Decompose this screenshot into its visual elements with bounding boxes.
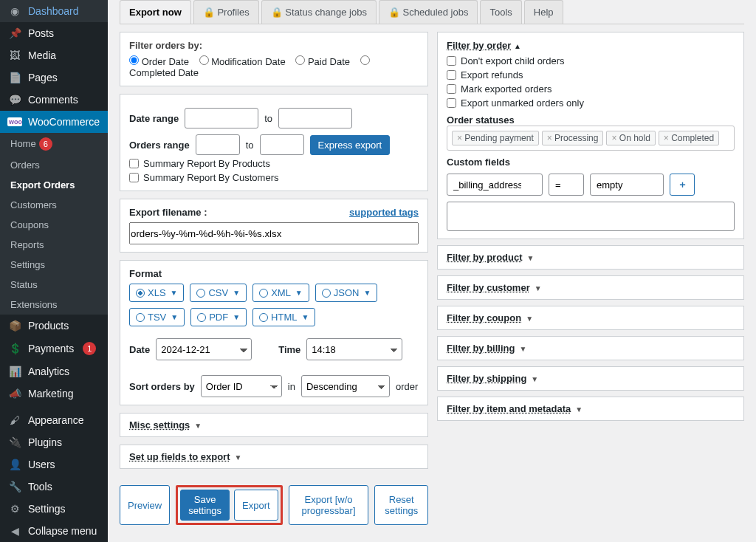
supported-tags-link[interactable]: supported tags — [349, 207, 419, 218]
setup-fields-toggle[interactable]: Set up fields to export▼ — [120, 445, 428, 469]
sidebar-item-comments[interactable]: 💬Comments — [0, 89, 108, 111]
collapser-label: Filter by coupon — [447, 312, 521, 323]
filter-by-customer-toggle[interactable]: Filter by customer▼ — [437, 275, 744, 300]
sidebar-item-appearance[interactable]: 🖌Appearance — [0, 409, 108, 431]
highlighted-actions: Save settings Export — [176, 485, 282, 525]
tab-help[interactable]: Help — [524, 0, 563, 24]
preview-button[interactable]: Preview — [120, 485, 170, 525]
sub-item-reports[interactable]: Reports — [0, 235, 108, 255]
filter-by-shipping-toggle[interactable]: Filter by shipping▼ — [437, 366, 744, 391]
analytics-icon: 📊 — [7, 366, 22, 377]
sidebar-label: Plugins — [28, 436, 62, 448]
mark-exported-checkbox[interactable] — [447, 84, 456, 94]
sidebar-item-posts[interactable]: 📌Posts — [0, 22, 108, 44]
format-pdf[interactable]: PDF▼ — [190, 308, 247, 326]
sub-item-settings[interactable]: Settings — [0, 255, 108, 275]
filter-by-order-title[interactable]: Filter by order — [447, 40, 511, 51]
sort-field-select[interactable]: Order ID — [201, 375, 282, 397]
sub-item-extensions[interactable]: Extensions — [0, 295, 108, 315]
date-to-input[interactable] — [278, 108, 352, 128]
sub-item-coupons[interactable]: Coupons — [0, 215, 108, 235]
save-settings-button[interactable]: Save settings — [180, 490, 230, 521]
add-custom-field-button[interactable]: ＋ — [670, 174, 695, 196]
summary-customers-checkbox[interactable] — [129, 173, 139, 182]
sub-item-customers[interactable]: Customers — [0, 195, 108, 215]
order-statuses-multiselect[interactable]: Pending payment Processing On hold Compl… — [447, 126, 735, 151]
unmarked-only-checkbox[interactable] — [447, 98, 456, 108]
express-export-button[interactable]: Express export — [310, 135, 391, 155]
status-pill-onhold[interactable]: On hold — [606, 131, 655, 145]
products-icon: 📦 — [7, 320, 22, 332]
sidebar-item-settings[interactable]: ⚙Settings — [0, 498, 108, 520]
checkbox-label: Mark exported orders — [461, 83, 552, 95]
sub-item-status[interactable]: Status — [0, 275, 108, 295]
sidebar-item-media[interactable]: 🖼Media — [0, 44, 108, 66]
custom-fields-textarea[interactable] — [447, 202, 735, 231]
custom-field-value-select[interactable]: empty — [590, 174, 664, 196]
sort-dir-select[interactable]: Descending — [301, 375, 390, 397]
main-content: Export now 🔒 Profiles 🔒 Status change jo… — [108, 0, 756, 542]
sub-item-orders[interactable]: Orders — [0, 155, 108, 175]
sidebar-item-plugins[interactable]: 🔌Plugins — [0, 431, 108, 453]
sidebar-item-tools[interactable]: 🔧Tools — [0, 476, 108, 498]
format-csv[interactable]: CSV▼ — [190, 284, 247, 302]
filter-by-coupon-toggle[interactable]: Filter by coupon▼ — [437, 306, 744, 330]
sidebar-item-marketing[interactable]: 📣Marketing — [0, 383, 108, 405]
tab-profiles[interactable]: 🔒 Profiles — [193, 0, 259, 24]
sidebar-item-users[interactable]: 👤Users — [0, 453, 108, 476]
export-button[interactable]: Export — [234, 490, 278, 521]
export-refunds-checkbox[interactable] — [447, 70, 456, 80]
sidebar-label: Analytics — [28, 366, 69, 377]
format-xml[interactable]: XML▼ — [252, 284, 309, 302]
summary-products-checkbox[interactable] — [129, 159, 139, 168]
sidebar-item-analytics[interactable]: 📊Analytics — [0, 360, 108, 383]
filter-by-product-toggle[interactable]: Filter by product▼ — [437, 245, 744, 270]
orders-to-input[interactable] — [260, 134, 304, 155]
filter-by-item-toggle[interactable]: Filter by item and metadata▼ — [437, 397, 744, 421]
custom-field-op-select[interactable]: = — [549, 174, 584, 196]
radio-paid-date[interactable]: Paid Date — [295, 56, 350, 67]
sub-item-export-orders[interactable]: Export Orders — [0, 175, 108, 195]
status-pill-processing[interactable]: Processing — [542, 131, 604, 145]
radio-mod-date[interactable]: Modification Date — [199, 56, 286, 67]
tab-tools[interactable]: Tools — [480, 0, 521, 24]
orders-from-input[interactable] — [196, 134, 240, 155]
sub-item-home[interactable]: Home6 — [0, 133, 108, 155]
export-no-progressbar-button[interactable]: Export [w/o progressbar] — [289, 485, 369, 525]
misc-settings-toggle[interactable]: Misc settings▼ — [120, 413, 428, 437]
radio-icon — [259, 313, 268, 322]
badge-count: 1 — [83, 342, 96, 355]
sidebar-item-woocommerce[interactable]: wooWooCommerce — [0, 111, 108, 133]
radio-completed-date-input[interactable] — [360, 55, 370, 65]
time-select[interactable]: 14:18 — [306, 338, 402, 360]
chevron-down-icon: ▼ — [519, 345, 526, 353]
status-pill-completed[interactable]: Completed — [659, 131, 719, 145]
format-json[interactable]: JSON▼ — [315, 284, 378, 302]
tab-export-now[interactable]: Export now — [120, 0, 191, 24]
export-filename-input[interactable] — [129, 222, 419, 244]
radio-paid-date-input[interactable] — [295, 55, 305, 65]
filter-by-billing-toggle[interactable]: Filter by billing▼ — [437, 336, 744, 360]
radio-order-date-input[interactable] — [129, 55, 139, 65]
tab-scheduled-jobs[interactable]: 🔒 Scheduled jobs — [379, 0, 478, 24]
date-range-label: Date range — [129, 113, 179, 124]
tab-status-jobs[interactable]: 🔒 Status change jobs — [261, 0, 377, 24]
radio-order-date[interactable]: Order Date — [129, 56, 189, 67]
radio-mod-date-input[interactable] — [199, 55, 209, 65]
sidebar-item-products[interactable]: 📦Products — [0, 315, 108, 337]
collapse-menu-button[interactable]: ◀Collapse menu — [0, 520, 108, 542]
format-tsv[interactable]: TSV▼ — [129, 308, 185, 326]
status-pill-pending[interactable]: Pending payment — [452, 131, 539, 145]
no-child-checkbox[interactable] — [447, 56, 456, 66]
sidebar-item-payments[interactable]: 💲Payments1 — [0, 337, 108, 360]
in-label: in — [288, 381, 295, 392]
filter-by-order-panel: Filter by order ▲ Don't export child ord… — [437, 32, 744, 239]
format-xls[interactable]: XLS▼ — [129, 284, 184, 302]
custom-field-name-select[interactable]: _billing_address_1 — [447, 174, 543, 196]
reset-settings-button[interactable]: Reset settings — [374, 485, 428, 525]
sidebar-item-dashboard[interactable]: ◉Dashboard — [0, 0, 108, 22]
date-select[interactable]: 2024-12-21 — [156, 338, 252, 360]
date-from-input[interactable] — [185, 108, 258, 128]
format-html[interactable]: HTML▼ — [252, 308, 315, 326]
sidebar-item-pages[interactable]: 📄Pages — [0, 66, 108, 89]
